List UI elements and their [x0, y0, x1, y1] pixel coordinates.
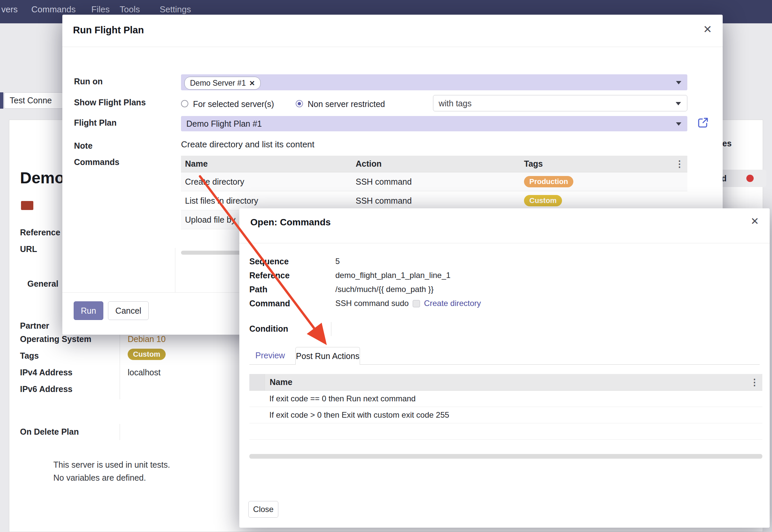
- flight-plan-select[interactable]: Demo Flight Plan #1: [181, 116, 687, 131]
- url-label: URL: [20, 244, 37, 254]
- chevron-down-icon[interactable]: [676, 81, 681, 84]
- reference-value: demo_flight_plan_1_plan_line_1: [335, 271, 451, 280]
- col-name-header: Name: [265, 377, 762, 387]
- row-action: SSH command: [352, 177, 520, 187]
- reference-label: Reference: [249, 271, 335, 280]
- condition-field: Condition: [249, 324, 438, 336]
- reference-field: Reference demo_flight_plan_1_plan_line_1: [249, 271, 451, 280]
- reference-label: Reference: [20, 228, 60, 237]
- plan-description: Create directory and list its content: [181, 139, 314, 150]
- right-text-fragment: es: [722, 139, 732, 148]
- run-on-label: Run on: [74, 77, 103, 86]
- radio-selected-servers-label[interactable]: For selected server(s): [193, 99, 274, 109]
- table-row[interactable]: Create directory SSH command Production: [181, 172, 687, 191]
- modal-header-divider: [239, 243, 770, 243]
- commands-table-header: Name Action Tags ⋮: [181, 156, 687, 172]
- status-dot: [746, 175, 754, 182]
- col-tags-header: Tags: [520, 159, 687, 169]
- tab-preview[interactable]: Preview: [255, 347, 285, 364]
- tab-post-run-actions[interactable]: Post Run Actions: [295, 347, 360, 365]
- server-chip-label: Demo Server #1: [190, 79, 246, 88]
- row-tag-badge: Production: [524, 176, 573, 187]
- table-options-icon[interactable]: ⋮: [675, 159, 684, 169]
- radio-non-server-restricted-label[interactable]: Non server restricted: [308, 99, 385, 109]
- notebook-tabs: Preview Post Run Actions: [239, 347, 770, 365]
- row-name: Create directory: [181, 177, 352, 187]
- close-icon[interactable]: ✕: [703, 24, 712, 35]
- table-row[interactable]: List files in directory SSH command Cust…: [181, 191, 687, 210]
- run-modal-title: Run Flight Plan: [73, 25, 144, 36]
- row-name: If exit code > 0 then Exit with custom e…: [269, 410, 449, 420]
- open-commands-modal: Open: Commands ✕ Sequence 5 Reference de…: [239, 208, 770, 528]
- command-label: Command: [249, 299, 335, 308]
- run-button[interactable]: Run: [74, 301, 103, 320]
- chip-remove-icon[interactable]: ✕: [249, 79, 255, 87]
- sequence-field: Sequence 5: [249, 257, 340, 266]
- col-name-header: Name: [181, 159, 352, 169]
- server-name-heading: Demo: [20, 169, 64, 187]
- flight-plan-label: Flight Plan: [74, 118, 117, 128]
- show-flight-plans-label: Show Flight Plans: [74, 98, 146, 107]
- path-label: Path: [249, 285, 335, 294]
- post-run-table-header: Name ⋮: [249, 374, 762, 391]
- command-checkbox[interactable]: [413, 300, 420, 307]
- path-value: /such/much/{{ demo_path }}: [335, 285, 434, 294]
- chevron-down-icon[interactable]: [676, 102, 681, 105]
- ipv6-label: IPv6 Address: [20, 384, 72, 394]
- radio-selected-servers[interactable]: [181, 100, 188, 107]
- variables-note: No variables are defined.: [53, 473, 146, 483]
- row-tag-badge: Custom: [524, 195, 562, 206]
- command-value: SSH command sudo: [335, 299, 409, 308]
- tags-badge: Custom: [128, 349, 166, 360]
- close-icon[interactable]: ✕: [751, 216, 759, 226]
- row-name: List files in directory: [181, 196, 352, 206]
- cut-button-fragment: [0, 92, 3, 109]
- external-link-icon[interactable]: [697, 117, 709, 129]
- commands-label: Commands: [74, 157, 119, 167]
- operating-system-value: Debian 10: [128, 334, 166, 344]
- unit-test-note: This server is used in unit tests.: [53, 460, 170, 470]
- nav-item-servers[interactable]: vers: [1, 0, 18, 19]
- tab-general[interactable]: General: [27, 279, 58, 289]
- table-options-icon[interactable]: ⋮: [750, 377, 759, 388]
- table-row[interactable]: If exit code == 0 then Run next command: [249, 391, 762, 407]
- on-delete-plan-label: On Delete Plan: [20, 427, 79, 437]
- row-action: SSH command: [352, 196, 520, 206]
- row-name: If exit code == 0 then Run next command: [269, 394, 416, 403]
- select-column: [249, 374, 265, 390]
- command-field: Command SSH command sudoCreate directory: [249, 299, 481, 308]
- with-tags-value: with tags: [439, 98, 472, 108]
- with-tags-select[interactable]: with tags: [433, 95, 687, 111]
- condition-value[interactable]: [331, 322, 438, 336]
- server-chip: Demo Server #1 ✕: [184, 77, 261, 90]
- close-button[interactable]: Close: [248, 501, 278, 518]
- ipv4-value: localhost: [128, 368, 161, 377]
- partner-label: Partner: [20, 321, 49, 331]
- horizontal-scrollbar[interactable]: [249, 454, 762, 459]
- operating-system-label: Operating System: [20, 334, 91, 344]
- run-on-select[interactable]: Demo Server #1 ✕: [181, 74, 687, 90]
- create-directory-link[interactable]: Create directory: [424, 299, 481, 308]
- condition-label: Condition: [249, 324, 331, 334]
- modal-header-divider: [62, 47, 723, 47]
- path-field: Path /such/much/{{ demo_path }}: [249, 285, 434, 294]
- screen: vers Commands Files Tools Settings Test …: [0, 0, 772, 532]
- content-divider: [175, 248, 175, 292]
- chevron-down-icon[interactable]: [676, 122, 681, 126]
- table-row[interactable]: If exit code > 0 then Exit with custom e…: [249, 407, 762, 423]
- cancel-button[interactable]: Cancel: [108, 301, 149, 320]
- commands-modal-title: Open: Commands: [250, 217, 331, 228]
- color-tag-swatch[interactable]: [21, 201, 33, 210]
- sequence-label: Sequence: [249, 257, 335, 266]
- note-label: Note: [74, 141, 93, 151]
- table-row-empty: [249, 423, 762, 440]
- tags-label: Tags: [20, 351, 39, 361]
- form-divider: [120, 424, 120, 440]
- radio-non-server-restricted[interactable]: [296, 100, 303, 107]
- test-connection-button[interactable]: Test Conne: [4, 92, 63, 109]
- post-run-actions-table: Name ⋮ If exit code == 0 then Run next c…: [249, 374, 762, 440]
- col-action-header: Action: [352, 159, 520, 169]
- ipv4-label: IPv4 Address: [20, 368, 72, 377]
- flight-plan-value: Demo Flight Plan #1: [186, 119, 262, 129]
- sequence-value: 5: [335, 257, 340, 266]
